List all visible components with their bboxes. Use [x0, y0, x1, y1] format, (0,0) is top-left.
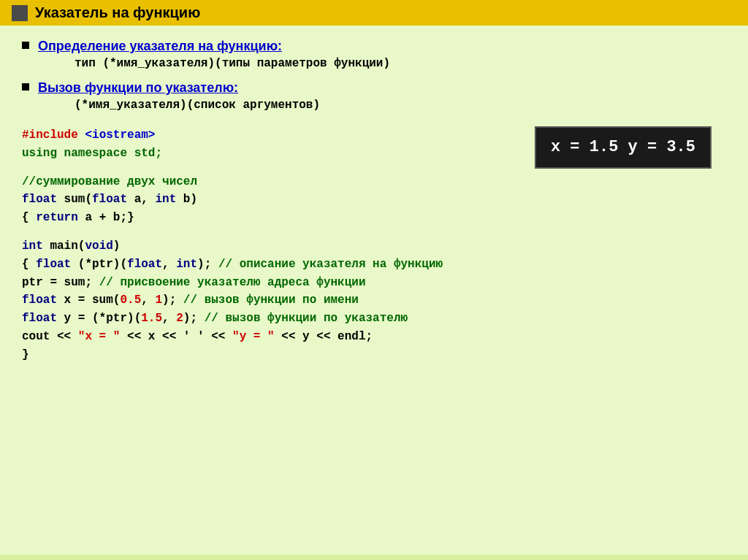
bullet-item-1: Определение указателя на функцию: тип (*…: [22, 39, 726, 76]
bullet-heading-2: Вызов функции по указателю:: [38, 80, 320, 96]
title-text: Указатель на функцию: [35, 4, 200, 21]
code-block: #include <iostream> using namespace std;…: [22, 126, 726, 364]
bullet-section: Определение указателя на функцию: тип (*…: [22, 39, 726, 118]
func-decl-line: float sum(float a, int b): [22, 191, 726, 209]
bullet-code-2: (*имя_указателя)(список аргументов): [75, 99, 320, 112]
bullet-square-1: [22, 42, 29, 49]
include-header: <iostream>: [85, 129, 155, 142]
code-line-2: ptr = sum; // присвоение указателю адрес…: [22, 274, 726, 292]
content-area: Определение указателя на функцию: тип (*…: [0, 26, 748, 555]
title-icon: [12, 5, 28, 21]
output-box: x = 1.5 y = 3.5: [535, 126, 711, 169]
title-bar: Указатель на функцию: [0, 0, 748, 26]
bullet-heading-1: Определение указателя на функцию:: [38, 39, 390, 54]
code-line-6: }: [22, 346, 726, 364]
code-line-1: { float (*ptr)(float, int); // описание …: [22, 256, 726, 274]
include-keyword: #include: [22, 129, 85, 142]
bullet-item-2: Вызов функции по указателю: (*имя_указат…: [22, 80, 726, 118]
comment-line: //суммирование двух чисел: [22, 173, 726, 191]
code-line-5: cout << "x = " << x << ' ' << "y = " << …: [22, 328, 726, 346]
code-line-4: float y = (*ptr)(1.5, 2); // вызов функц…: [22, 310, 726, 328]
func-body-line: { return a + b;}: [22, 209, 726, 227]
code-line-3: float x = sum(0.5, 1); // вызов функции …: [22, 291, 726, 310]
bullet-code-1: тип (*имя_указателя)(типы параметров фун…: [75, 57, 390, 70]
main-decl-line: int main(void): [22, 237, 726, 256]
bullet-square-2: [22, 83, 29, 91]
output-text: x = 1.5 y = 3.5: [551, 138, 695, 156]
